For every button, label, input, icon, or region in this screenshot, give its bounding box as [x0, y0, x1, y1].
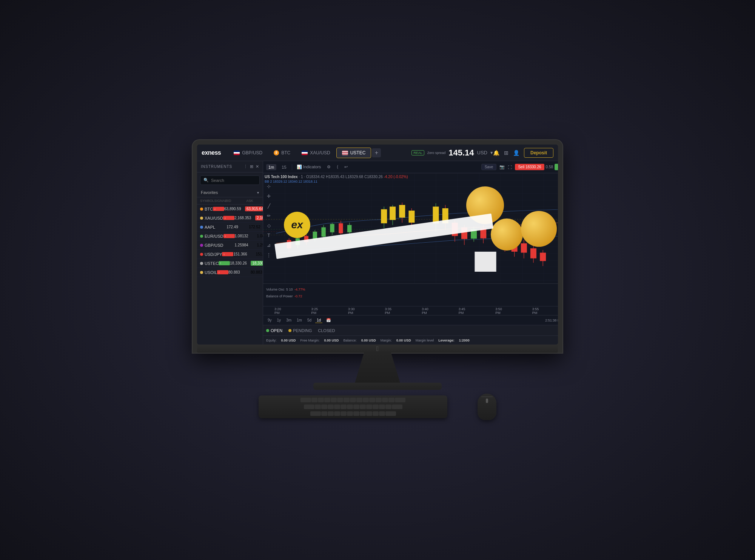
symbol-row-aapl[interactable]: AAPL 172.49 172.52	[197, 223, 263, 232]
margin-value: 0.00 USD	[396, 338, 411, 342]
sig-usoil: ↓	[217, 270, 228, 274]
monitor: exness GBP/USD ₿ BTC	[193, 140, 562, 353]
orders-bar: OPEN PENDING CLOSED ⛶	[263, 325, 558, 335]
leverage-value: 1:2000	[459, 338, 470, 342]
period-calendar-icon[interactable]: 📅	[325, 318, 332, 323]
time-325: 3:25 PM	[311, 307, 318, 315]
key	[385, 405, 391, 409]
sell-buy-area: Sell 18330.26 0.58 Buy 18330.84	[515, 164, 558, 170]
ask-xauusd: 2,168.353	[255, 215, 263, 220]
symbol-row-xauusd[interactable]: XAU/USD ↓ 2,168.353 2,168.353	[197, 214, 263, 223]
more-icon[interactable]: ⋮	[243, 164, 248, 169]
sym-aapl: AAPL	[200, 225, 215, 229]
key	[344, 398, 350, 402]
period-1y[interactable]: 1y	[276, 318, 283, 323]
period-3m[interactable]: 3m	[285, 318, 293, 323]
prev-icon[interactable]: ⟨	[335, 164, 340, 170]
fullscreen-icon[interactable]: ⛶	[508, 165, 512, 169]
symbol-row-btc[interactable]: BTC ↓ 63,890.59 63,915.64	[197, 205, 263, 214]
measure-tool[interactable]: ⊿	[265, 241, 273, 249]
symbol-row-gbpusd[interactable]: GBP/USD 1.25984 1.25984	[197, 241, 263, 250]
indicators-btn[interactable]: 📊 Indicators	[295, 164, 323, 170]
chart-canvas[interactable]: US Tech 100 Index · 1 · O18334.42 H18335…	[263, 173, 558, 283]
symbol-row-ustec[interactable]: USTEC ↑ 18,330.26 18,330.84	[197, 259, 263, 268]
order-tab-pending[interactable]: PENDING	[288, 328, 312, 333]
svg-rect-38	[475, 252, 496, 272]
period-9y[interactable]: 9y	[266, 318, 273, 323]
search-input[interactable]	[211, 178, 256, 183]
symbol-row-usoil[interactable]: USOIL ↓ 80.883 80.883	[197, 268, 263, 277]
more-tools[interactable]: ⋮	[265, 251, 273, 259]
chart-settings-icon[interactable]: ⚙	[325, 164, 332, 170]
sell-button[interactable]: Sell 18330.26	[515, 164, 544, 170]
flag-xau	[302, 151, 308, 155]
dot-eurusd	[200, 235, 203, 238]
save-button[interactable]: Save	[481, 164, 497, 170]
crosshair-tool[interactable]: ✛	[265, 192, 273, 200]
key	[373, 405, 379, 409]
key	[328, 405, 334, 409]
text-tool[interactable]: T	[265, 231, 273, 240]
spread-value: 0.58	[546, 165, 553, 169]
key	[315, 405, 321, 409]
tab-btc[interactable]: ₿ BTC	[268, 148, 296, 158]
deposit-button[interactable]: Deposit	[524, 148, 553, 158]
favorites-dropdown[interactable]: Favorites ▾	[197, 188, 263, 197]
time-axis: 3:20 PM 3:25 PM 3:30 PM 3:35 PM 3:40 PM …	[263, 306, 558, 315]
key	[311, 398, 317, 402]
cursor-tool[interactable]: ⊹	[265, 182, 273, 191]
keyboard	[259, 395, 447, 418]
period-1m[interactable]: 1m	[295, 318, 304, 323]
period-bar: 9y 1y 3m 1m 5d 1d 📅 2:51:38 PM (UTC) aut…	[263, 315, 558, 325]
pencil-tool[interactable]: ✏	[265, 212, 273, 220]
user-icon[interactable]: 👤	[513, 150, 519, 156]
dot-aapl	[200, 226, 203, 229]
shape-tool[interactable]: ◇	[265, 222, 273, 230]
line-tool[interactable]: ╱	[265, 202, 273, 210]
grid-icon[interactable]: ⊞	[504, 150, 508, 156]
add-tab-button[interactable]: +	[372, 148, 381, 157]
symbol-row-eurusd[interactable]: EUR/USD ↓ 1.08132 1.08132	[197, 232, 263, 241]
sig-usdjpy: ↓	[222, 252, 233, 256]
key	[347, 405, 353, 409]
close-sidebar-icon[interactable]: ✕	[256, 164, 259, 169]
sym-eurusd: EUR/USD	[200, 234, 223, 238]
key	[328, 411, 334, 416]
ask-gbpusd: 1.25984	[256, 243, 263, 248]
buy-button[interactable]: Buy 18330.84	[555, 164, 558, 170]
monitor-base	[313, 383, 442, 390]
alarm-icon[interactable]: 🔔	[493, 150, 499, 156]
tab-gbpusd[interactable]: GBP/USD	[228, 148, 268, 158]
bid-btc: 63,890.59	[224, 207, 245, 211]
tf-15[interactable]: 15	[279, 164, 288, 170]
period-5d[interactable]: 5d	[306, 318, 313, 323]
grid-small-icon[interactable]: ⊞	[250, 164, 253, 169]
main-price: 145.14	[448, 148, 474, 158]
tf-1m[interactable]: 1m	[266, 164, 276, 170]
undo-icon[interactable]: ↩	[343, 164, 349, 170]
dot-btc	[200, 208, 203, 211]
symbol-row-usdjpy[interactable]: USD/JPY ↓ 151.366 151.366	[197, 250, 263, 259]
key	[356, 398, 362, 402]
symbol-header: Symbol Signal Bid Ask 1D	[197, 197, 263, 205]
chart-info-bar: US Tech 100 Index · 1 · O18334.42 H18335…	[265, 175, 408, 183]
dot-xauusd	[200, 217, 203, 220]
chart-toolbar: 1m 15 📊 Indicators ⚙ ⟨ ↩ Save 📷 ⛶ Sell	[263, 161, 558, 173]
tab-xauusd[interactable]: XAU/USD	[296, 148, 335, 158]
order-tab-open[interactable]: OPEN	[266, 328, 282, 333]
tab-btc-label: BTC	[281, 150, 290, 155]
closed-label: CLOSED	[318, 328, 335, 333]
sig-eurusd: ↓	[223, 234, 235, 238]
price-arrow: ▾	[490, 150, 493, 155]
chart-instrument-name: US Tech 100 Index	[265, 175, 298, 179]
chart-open: O18334.42	[306, 175, 325, 179]
tab-ustec[interactable]: USTEC	[336, 148, 371, 158]
time-355: 3:55 PM	[532, 307, 539, 315]
time-350: 3:50 PM	[495, 307, 502, 315]
screenshot-icon[interactable]: 📷	[499, 165, 505, 169]
sidebar: INSTRUMENTS ⋮ ⊞ ✕ 🔍 Favo	[197, 161, 263, 345]
order-tab-closed[interactable]: CLOSED	[318, 328, 335, 333]
key	[388, 398, 394, 402]
chart-timestamp: 2:51:38 PM (UTC)	[545, 318, 558, 322]
period-1d[interactable]: 1d	[315, 318, 322, 323]
